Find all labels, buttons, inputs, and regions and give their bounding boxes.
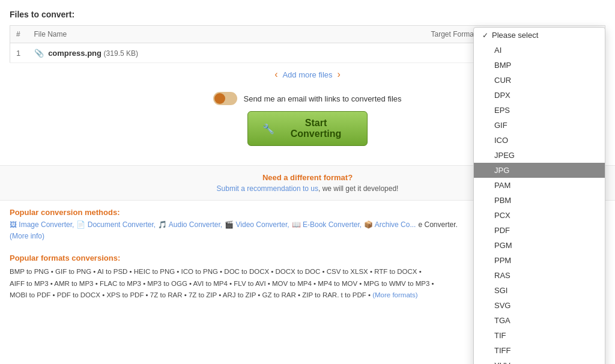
video-converter-link[interactable]: 🎬 Video Converter, — [225, 220, 289, 229]
col-num-header: # — [10, 26, 28, 43]
archive-converter-link[interactable]: 📦 Archive Co... — [364, 220, 416, 229]
dropdown-item-label: YUV — [494, 361, 510, 364]
formats-extra2: t to PDF • — [341, 291, 371, 299]
dropdown-item[interactable]: PPM — [474, 253, 605, 268]
dropdown-item-label: PGM — [494, 241, 512, 250]
add-more-label[interactable]: Add more files — [282, 70, 332, 79]
document-converter-link[interactable]: 📄 Document Converter, — [76, 220, 156, 229]
format-dropdown: ✓Please selectAIBMPCURDPXEPSGIFICOJPEGJP… — [473, 27, 605, 364]
dropdown-item-label: GIF — [494, 121, 507, 130]
more-formats-link[interactable]: (More formats) — [372, 291, 417, 299]
dropdown-item[interactable]: PBM — [474, 193, 605, 208]
dropdown-item[interactable]: JPEG — [474, 148, 605, 163]
dropdown-item-label: Please select — [492, 31, 538, 40]
dropdown-item-label: PPM — [494, 256, 511, 265]
dropdown-item-label: RAS — [494, 271, 510, 280]
left-arrow-icon[interactable]: ‹ — [274, 69, 277, 80]
dropdown-item[interactable]: AI — [474, 43, 605, 58]
ebook-converter-link[interactable]: 📖 E-Book Converter, — [292, 220, 362, 229]
dropdown-item-label: BMP — [494, 61, 511, 70]
file-icon: 📎 — [34, 49, 44, 58]
email-toggle-label: Send me an email with links to converted… — [243, 94, 401, 103]
formats-line1: BMP to PNG • GIF to PNG • AI to PSD • HE… — [10, 268, 422, 275]
dropdown-item-label: CUR — [494, 76, 511, 85]
dropdown-item-label: PBM — [494, 196, 511, 205]
right-arrow-icon[interactable]: › — [338, 69, 341, 80]
email-toggle[interactable] — [213, 92, 237, 105]
more-converter-text: e Converter. — [418, 220, 457, 229]
files-label: Files to convert: — [10, 10, 605, 19]
dropdown-item-label: SVG — [494, 301, 510, 310]
dropdown-item-label: SGI — [494, 286, 507, 295]
start-converting-button[interactable]: 🔧 Start Converting — [247, 111, 368, 146]
page-wrapper: Files to convert: # File Name Target For… — [0, 0, 615, 364]
dropdown-item[interactable]: DPX — [474, 88, 605, 103]
start-btn-label: Start Converting — [279, 118, 353, 139]
image-converter-link[interactable]: 🖼 Image Converter, — [10, 220, 74, 229]
dropdown-item[interactable]: JPG — [474, 163, 605, 178]
filesize-text: (319.5 KB) — [104, 49, 138, 58]
audio-converter-link[interactable]: 🎵 Audio Converter, — [158, 220, 222, 229]
dropdown-item-label: DPX — [494, 91, 510, 100]
formats-extra1: to MP3 • — [408, 280, 434, 287]
dropdown-item[interactable]: SGI — [474, 283, 605, 298]
col-filename-header: File Name — [28, 26, 425, 43]
dropdown-item-label: AI — [494, 46, 501, 55]
dropdown-item[interactable]: SVG — [474, 298, 605, 313]
dropdown-item[interactable]: ✓Please select — [474, 28, 605, 43]
more-info-link[interactable]: (More info) — [10, 232, 44, 240]
dropdown-item[interactable]: ICO — [474, 133, 605, 148]
dropdown-item-label: PCX — [494, 211, 510, 220]
filename-text: compress.png — [48, 49, 101, 58]
recommendation-link[interactable]: Submit a recommendation to us — [217, 184, 318, 193]
dropdown-item[interactable]: TIF — [474, 328, 605, 343]
row-num: 1 — [10, 43, 28, 63]
dropdown-item-label: JPG — [494, 166, 509, 175]
formats-line3: MOBI to PDF • PDF to DOCX • XPS to PDF •… — [10, 291, 339, 299]
dropdown-item[interactable]: PDF — [474, 223, 605, 238]
checkmark-icon: ✓ — [482, 31, 488, 40]
dropdown-item-label: JPEG — [494, 151, 515, 160]
dropdown-item[interactable]: CUR — [474, 73, 605, 88]
dropdown-item[interactable]: PCX — [474, 208, 605, 223]
dropdown-item[interactable]: TGA — [474, 313, 605, 328]
dropdown-item-label: TIF — [494, 331, 506, 340]
dropdown-item[interactable]: PAM — [474, 178, 605, 193]
dropdown-item[interactable]: TIFF — [474, 343, 605, 358]
start-btn-icon: 🔧 — [262, 123, 274, 135]
dropdown-item[interactable]: PGM — [474, 238, 605, 253]
dropdown-item-label: TGA — [494, 316, 510, 325]
dropdown-item-label: EPS — [494, 106, 510, 115]
row-filename: 📎 compress.png (319.5 KB) — [28, 43, 425, 63]
dropdown-item-label: TIFF — [494, 346, 510, 355]
dropdown-item[interactable]: BMP — [474, 58, 605, 73]
dropdown-item[interactable]: YUV — [474, 358, 605, 364]
toggle-knob — [214, 93, 225, 104]
dropdown-item[interactable]: EPS — [474, 103, 605, 118]
dropdown-item[interactable]: GIF — [474, 118, 605, 133]
dropdown-item-label: PDF — [494, 226, 510, 235]
dropdown-item-label: ICO — [494, 136, 508, 145]
dropdown-item-label: PAM — [494, 181, 510, 190]
dropdown-item[interactable]: RAS — [474, 268, 605, 283]
formats-line2: AIFF to MP3 • AMR to MP3 • FLAC to MP3 •… — [10, 280, 406, 287]
